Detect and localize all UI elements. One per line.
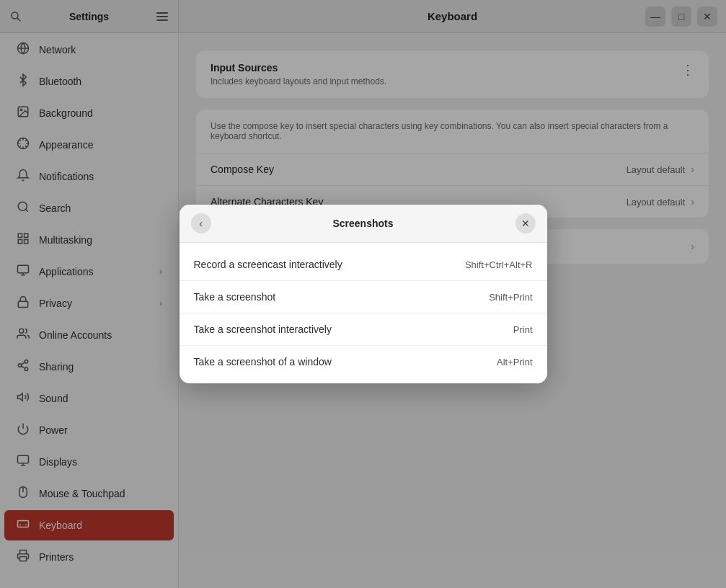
modal-body: Record a screencast interactivelyShift+C… [180,243,547,383]
screenshots-modal: ‹ Screenshots ✕ Record a screencast inte… [180,205,547,383]
modal-back-button[interactable]: ‹ [191,213,211,233]
modal-item-2[interactable]: Take a screenshot interactivelyPrint [180,313,547,346]
modal-item-shortcut-1: Shift+Print [489,292,532,303]
modal-item-label-3: Take a screenshot of a window [194,356,497,368]
modal-item-shortcut-0: Shift+Ctrl+Alt+R [465,259,533,270]
modal-overlay[interactable]: ‹ Screenshots ✕ Record a screencast inte… [0,0,726,588]
modal-item-0[interactable]: Record a screencast interactivelyShift+C… [180,249,547,281]
modal-item-label-0: Record a screencast interactively [194,259,465,270]
modal-titlebar: ‹ Screenshots ✕ [180,205,547,243]
modal-item-shortcut-2: Print [513,324,533,335]
modal-title: Screenshots [211,218,515,229]
modal-item-label-1: Take a screenshot [194,291,490,303]
modal-item-label-2: Take a screenshot interactively [194,324,513,335]
modal-item-shortcut-3: Alt+Print [497,357,533,368]
modal-close-button[interactable]: ✕ [515,213,536,233]
modal-item-3[interactable]: Take a screenshot of a windowAlt+Print [180,346,547,378]
modal-item-1[interactable]: Take a screenshotShift+Print [180,281,547,313]
